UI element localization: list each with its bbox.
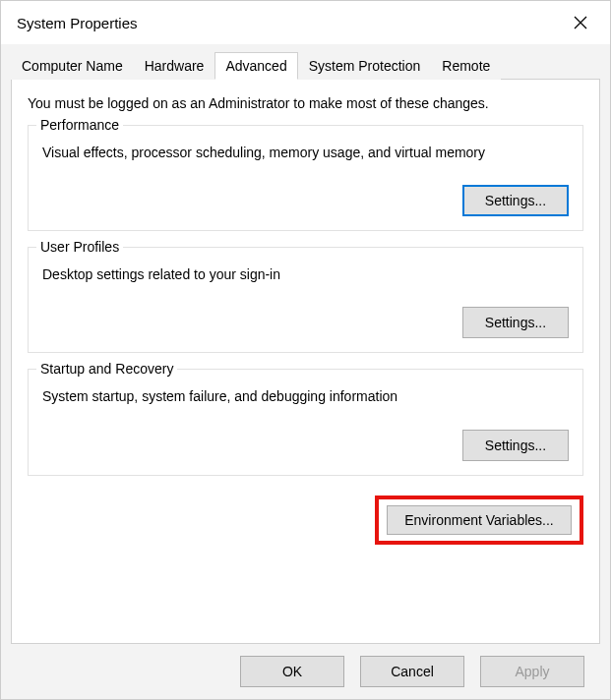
performance-actions: Settings...	[42, 185, 569, 216]
dialog-footer: OK Cancel Apply	[11, 644, 600, 687]
tab-computer-name[interactable]: Computer Name	[11, 52, 134, 80]
startup-recovery-group-label: Startup and Recovery	[36, 361, 177, 377]
close-button[interactable]	[565, 9, 596, 36]
startup-recovery-actions: Settings...	[42, 430, 569, 461]
admin-notice: You must be logged on as an Administrato…	[28, 95, 583, 111]
advanced-panel: You must be logged on as an Administrato…	[11, 79, 600, 644]
tab-advanced[interactable]: Advanced	[214, 52, 297, 80]
tab-remote[interactable]: Remote	[431, 52, 501, 80]
environment-variables-row: Environment Variables...	[28, 496, 583, 545]
user-profiles-group-label: User Profiles	[36, 239, 123, 255]
user-profiles-description: Desktop settings related to your sign-in	[42, 265, 569, 283]
ok-button[interactable]: OK	[240, 656, 344, 687]
performance-group-label: Performance	[36, 117, 123, 133]
environment-variables-button[interactable]: Environment Variables...	[387, 505, 572, 535]
apply-button[interactable]: Apply	[480, 656, 584, 687]
startup-recovery-group: Startup and Recovery System startup, sys…	[28, 369, 583, 475]
performance-settings-button[interactable]: Settings...	[462, 185, 569, 216]
performance-group: Performance Visual effects, processor sc…	[28, 125, 583, 231]
close-icon	[574, 16, 587, 29]
environment-variables-highlight: Environment Variables...	[375, 496, 583, 545]
tab-strip: Computer Name Hardware Advanced System P…	[11, 52, 600, 79]
window-title: System Properties	[17, 15, 138, 31]
performance-description: Visual effects, processor scheduling, me…	[42, 144, 569, 161]
system-properties-window: System Properties Computer Name Hardware…	[0, 0, 611, 700]
user-profiles-group: User Profiles Desktop settings related t…	[28, 247, 583, 353]
user-profiles-actions: Settings...	[42, 307, 569, 338]
tab-system-protection[interactable]: System Protection	[298, 52, 432, 80]
startup-recovery-settings-button[interactable]: Settings...	[462, 430, 569, 461]
user-profiles-settings-button[interactable]: Settings...	[462, 307, 569, 338]
content-area: Computer Name Hardware Advanced System P…	[1, 44, 610, 699]
cancel-button[interactable]: Cancel	[360, 656, 464, 687]
tab-hardware[interactable]: Hardware	[134, 52, 215, 80]
titlebar: System Properties	[1, 1, 610, 44]
startup-recovery-description: System startup, system failure, and debu…	[42, 387, 569, 405]
